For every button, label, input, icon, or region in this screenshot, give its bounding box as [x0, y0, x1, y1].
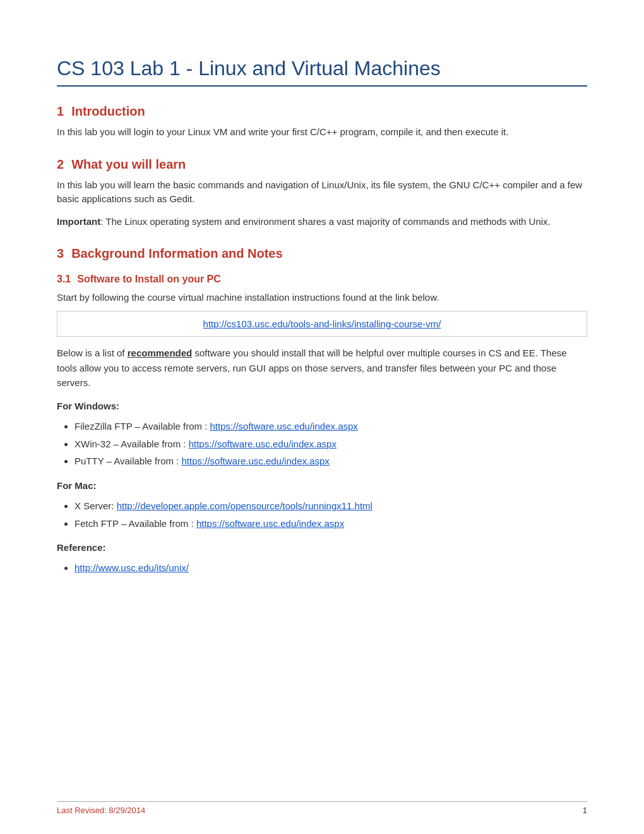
section-2-heading: 2 What you will learn: [57, 157, 587, 172]
section-3-title: Background Information and Notes: [71, 246, 282, 261]
page-container: CS 103 Lab 1 - Linux and Virtual Machine…: [0, 0, 644, 834]
section-3-number: 3: [57, 246, 64, 261]
subsection-3-1-intro: Start by following the course virtual ma…: [57, 290, 587, 305]
important-label: Important: [57, 216, 100, 227]
section-2-number: 2: [57, 157, 64, 172]
putty-text: PuTTY – Available from :: [75, 456, 182, 466]
filezilla-link[interactable]: https://software.usc.edu/index.aspx: [210, 421, 358, 432]
page-footer: Last Revised: 8/29/2014 1: [57, 801, 587, 815]
mac-label: For Mac:: [57, 478, 587, 493]
reference-label: Reference:: [57, 540, 587, 555]
section-1-title: Introduction: [71, 104, 145, 119]
subsection-3-1: 3.1 Software to Install on your PC Start…: [57, 274, 587, 576]
mac-list: X Server: http://developer.apple.com/ope…: [75, 498, 587, 531]
vm-install-link[interactable]: http://cs103.usc.edu/tools-and-links/ins…: [203, 318, 441, 329]
subsection-3-1-heading: 3.1 Software to Install on your PC: [57, 274, 587, 285]
list-item: http://www.usc.edu/its/unix/: [75, 560, 587, 576]
last-revised: Last Revised: 8/29/2014: [57, 806, 145, 815]
link-box: http://cs103.usc.edu/tools-and-links/ins…: [57, 311, 587, 337]
fetchftp-text: Fetch FTP – Available from :: [75, 518, 196, 529]
important-colon: : The Linux operating system and environ…: [100, 216, 551, 227]
page-number: 1: [583, 806, 587, 815]
reference-list: http://www.usc.edu/its/unix/: [75, 560, 587, 576]
filezilla-text: FilezZilla FTP – Available from :: [75, 421, 210, 432]
section-3-heading: 3 Background Information and Notes: [57, 246, 587, 261]
list-item: PuTTY – Available from : https://softwar…: [75, 453, 587, 469]
xserver-link[interactable]: http://developer.apple.com/opensource/to…: [117, 500, 373, 511]
xserver-text: X Server:: [75, 500, 117, 511]
list-item: X Server: http://developer.apple.com/ope…: [75, 498, 587, 514]
subsection-3-1-body: Start by following the course virtual ma…: [57, 290, 587, 576]
section-1-text: In this lab you will login to your Linux…: [57, 125, 587, 140]
section-1-number: 1: [57, 104, 64, 119]
windows-list: FilezZilla FTP – Available from : https:…: [75, 418, 587, 469]
section-2-text: In this lab you will learn the basic com…: [57, 178, 587, 207]
section-1-heading: 1 Introduction: [57, 104, 587, 119]
section-learn: 2 What you will learn In this lab you wi…: [57, 157, 587, 229]
recommended-underline: recommended: [128, 348, 193, 358]
putty-link[interactable]: https://software.usc.edu/index.aspx: [182, 456, 330, 466]
list-item: FilezZilla FTP – Available from : https:…: [75, 418, 587, 435]
subsection-3-1-number: 3.1: [57, 274, 71, 285]
xwin-link[interactable]: https://software.usc.edu/index.aspx: [189, 438, 337, 449]
recommended-bold: recommended: [128, 348, 193, 358]
section-2-body: In this lab you will learn the basic com…: [57, 178, 587, 229]
windows-label: For Windows:: [57, 399, 587, 413]
section-1-body: In this lab you will login to your Linux…: [57, 125, 587, 140]
list-item: XWin-32 – Available from : https://softw…: [75, 436, 587, 452]
section-2-title: What you will learn: [71, 157, 186, 172]
section-background: 3 Background Information and Notes 3.1 S…: [57, 246, 587, 576]
after-link-text: Below is a list of recommended software …: [57, 346, 587, 390]
list-item: Fetch FTP – Available from : https://sof…: [75, 516, 587, 532]
fetchftp-link[interactable]: https://software.usc.edu/index.aspx: [196, 518, 344, 529]
usc-unix-link[interactable]: http://www.usc.edu/its/unix/: [75, 562, 189, 573]
subsection-3-1-title: Software to Install on your PC: [77, 274, 221, 285]
xwin-text: XWin-32 – Available from :: [75, 438, 189, 449]
section-introduction: 1 Introduction In this lab you will logi…: [57, 104, 587, 140]
section-2-important: Important: The Linux operating system an…: [57, 214, 587, 229]
page-title: CS 103 Lab 1 - Linux and Virtual Machine…: [57, 57, 587, 87]
